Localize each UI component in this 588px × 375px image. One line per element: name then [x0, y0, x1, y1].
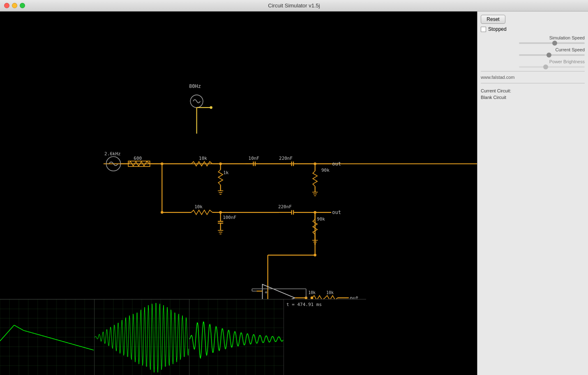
current-circuit-label: Current Circuit:	[481, 88, 585, 93]
simulation-speed-label: Simulation Speed	[481, 35, 585, 40]
window-title: Circuit Simulator v1.5j	[268, 2, 320, 9]
minimize-button[interactable]	[12, 3, 17, 8]
scope-panel-2: 241.66 mV	[95, 299, 189, 375]
power-brightness-label: Power Brightness	[481, 59, 585, 64]
reset-button[interactable]: Reset	[481, 15, 505, 24]
scope-time-panel: t = 474.91 ms	[284, 299, 366, 375]
svg-point-5	[210, 106, 212, 109]
svg-text:90k: 90k	[321, 168, 330, 173]
scope-panel-1: 1.85 V	[0, 299, 95, 375]
svg-text:out: out	[332, 209, 341, 215]
current-speed-slider-container	[481, 54, 585, 56]
time-display: t = 474.91 ms	[286, 302, 322, 307]
svg-text:10nF: 10nF	[249, 156, 259, 161]
window-controls	[4, 3, 25, 8]
close-button[interactable]	[4, 3, 9, 8]
power-brightness-slider-container	[481, 66, 585, 68]
current-speed-slider[interactable]	[519, 54, 585, 56]
current-speed-label: Current Speed	[481, 47, 585, 52]
svg-text:220nF: 220nF	[278, 204, 292, 209]
scope-area: 1.85 V 241.66 mV 2.46 V t = 474.91 ms	[0, 299, 366, 375]
svg-text:1k: 1k	[223, 170, 229, 175]
svg-text:100nF: 100nF	[223, 215, 236, 220]
svg-text:10k: 10k	[308, 290, 316, 295]
power-brightness-slider[interactable]	[519, 66, 585, 68]
scope-canvas-3	[189, 299, 284, 375]
falstad-link[interactable]: www.falstad.com	[481, 75, 585, 80]
scope-canvas-2	[95, 299, 189, 375]
maximize-button[interactable]	[20, 3, 25, 8]
stopped-label: Stopped	[488, 26, 507, 32]
svg-text:220nF: 220nF	[279, 156, 293, 161]
svg-text:80Hz: 80Hz	[189, 83, 201, 89]
svg-text:600: 600	[134, 156, 142, 161]
simulation-speed-slider-container	[481, 42, 585, 44]
main-content: 80Hz 2.6kHz 600	[0, 12, 588, 375]
svg-text:10k: 10k	[199, 156, 207, 161]
scope-panel-3: 2.46 V	[189, 299, 284, 375]
scope-canvas-1	[0, 299, 94, 375]
right-panel: Reset Stopped Simulation Speed Current S…	[477, 12, 588, 375]
svg-text:+: +	[265, 290, 267, 295]
divider-1	[481, 71, 585, 71]
svg-text:out: out	[332, 161, 341, 167]
svg-text:90k: 90k	[317, 216, 325, 222]
simulation-speed-slider[interactable]	[519, 42, 585, 44]
blank-circuit-label: Blank Circuit	[481, 95, 585, 100]
divider-2	[481, 83, 585, 83]
svg-text:10k: 10k	[194, 204, 203, 209]
stopped-checkbox[interactable]	[481, 27, 486, 32]
svg-text:2.6kHz: 2.6kHz	[104, 151, 121, 156]
circuit-area[interactable]: 80Hz 2.6kHz 600	[0, 12, 477, 375]
svg-text:10k: 10k	[326, 290, 334, 295]
stopped-row: Stopped	[481, 26, 585, 32]
titlebar: Circuit Simulator v1.5j	[0, 0, 588, 12]
